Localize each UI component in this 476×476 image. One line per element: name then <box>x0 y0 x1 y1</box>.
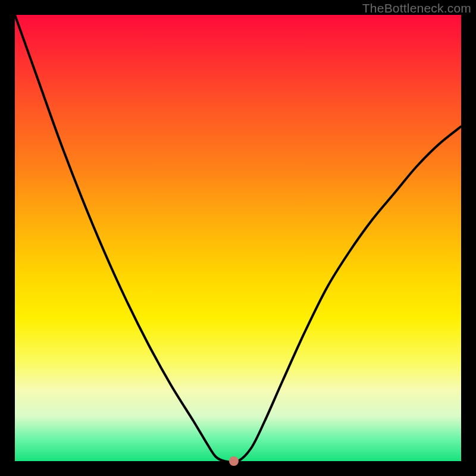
watermark-text: TheBottleneck.com <box>362 1 471 15</box>
chart-frame: TheBottleneck.com <box>0 0 476 476</box>
minimum-marker-icon <box>229 456 239 466</box>
curve-svg <box>15 15 461 461</box>
bottleneck-curve <box>15 15 461 462</box>
plot-area <box>15 15 461 461</box>
